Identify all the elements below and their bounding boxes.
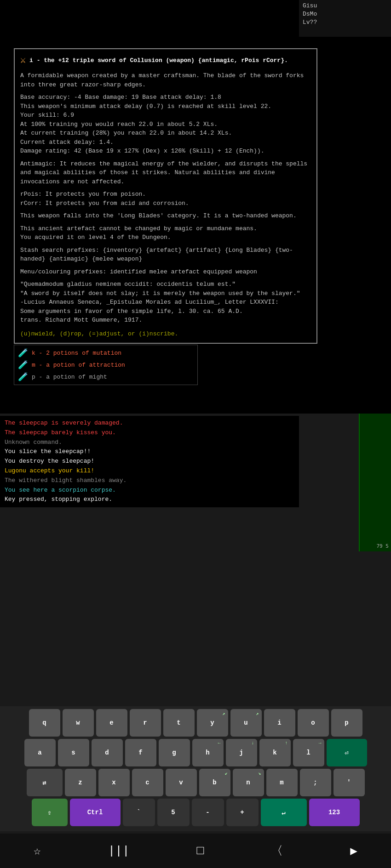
key-t[interactable]: t xyxy=(163,709,195,737)
key-g[interactable]: g xyxy=(159,739,190,766)
key-backtick[interactable]: ` xyxy=(123,799,155,826)
command-options: (u)nwield, (d)rop, (=)adjust, or (i)nscr… xyxy=(20,329,311,339)
key-u[interactable]: u ↗ xyxy=(230,709,262,737)
potion-icon-m: 🧪 xyxy=(18,360,28,370)
menu-prefixes: Menu/colouring prefixes: identified mele… xyxy=(20,267,311,277)
key-k[interactable]: k ↑ xyxy=(259,739,291,766)
msg-line-5: You destroy the sleepcap! xyxy=(5,457,294,466)
key-enter-bottom[interactable]: ↵ xyxy=(261,799,307,826)
top-hud: Gisu DsMo Lv?? xyxy=(299,0,391,37)
attribution-line3: trans. Richard Mott Gummere, 1917. xyxy=(20,316,311,325)
key-a[interactable]: a xyxy=(24,739,56,766)
key-n-arrow: ↘ xyxy=(258,771,261,776)
key-p[interactable]: p xyxy=(331,709,362,737)
key-shift-bottom[interactable]: ⇧ xyxy=(32,799,68,826)
quote-translation: "A sword by itself does not slay; it is … xyxy=(20,289,311,298)
nav-star[interactable]: ☆ xyxy=(34,844,41,858)
msg-line-4: You slice the sleepcap!! xyxy=(5,447,294,457)
key-b-arrow: ↙ xyxy=(224,771,227,776)
message-log: The sleepcap is severely damaged. The sl… xyxy=(0,416,299,507)
item-description: A formidable weapon created by a master … xyxy=(20,71,311,89)
key-5[interactable]: 5 xyxy=(157,799,190,826)
stat-curdelay: Current attack delay: 1.4. xyxy=(20,138,311,147)
key-enter[interactable]: ⏎ xyxy=(327,739,367,766)
attribution-line2: Some arguments in favor of the simple li… xyxy=(20,307,311,316)
list-item[interactable]: 🧪 k - 2 potions of mutation xyxy=(18,347,194,359)
stat-100train: At 100% training you would reach 22.0 in… xyxy=(20,120,311,129)
msg-line-8: You see here a scorpion corpse. xyxy=(5,486,294,495)
inv-item-label-m: m - a potion of attraction xyxy=(32,362,125,369)
key-c[interactable]: c xyxy=(132,769,163,796)
key-n[interactable]: n ↘ xyxy=(233,769,264,796)
item-popup: i - the +12 triple sword of Collusion (w… xyxy=(14,48,317,344)
key-shift[interactable]: ⇄ xyxy=(27,769,63,796)
key-u-arrow: ↗ xyxy=(256,711,259,716)
key-x[interactable]: x xyxy=(98,769,130,796)
keyboard-row-1: q w e r t y ↗ u ↗ i o p xyxy=(2,709,389,737)
artefact-line1: This ancient artefact cannot be changed … xyxy=(20,224,311,233)
key-z[interactable]: z xyxy=(65,769,96,796)
key-b[interactable]: b ↙ xyxy=(199,769,230,796)
weapon-icon xyxy=(20,54,26,68)
msg-line-3: Unknown command. xyxy=(5,438,294,448)
player-class: DsMo xyxy=(303,10,387,18)
key-plus[interactable]: + xyxy=(226,799,259,826)
key-q[interactable]: q xyxy=(29,709,60,737)
weapon-category: This weapon falls into the 'Long Blades'… xyxy=(20,211,311,221)
key-ctrl[interactable]: Ctrl xyxy=(70,799,121,826)
key-h[interactable]: h ← xyxy=(192,739,224,766)
key-d[interactable]: d xyxy=(92,739,123,766)
nav-video[interactable]: ▶ xyxy=(350,844,357,858)
key-o[interactable]: o xyxy=(298,709,329,737)
stat-accuracy: Base accuracy: -4 Base damage: 19 Base a… xyxy=(20,93,311,102)
quote-text: "Quemadmodum gladius neminem occidit: oc… xyxy=(20,280,311,289)
prop-rpois: rPois: It protects you from poison. xyxy=(20,190,311,199)
keyboard-row-2: a s d f g h ← j ↓ k ↑ l → ⏎ xyxy=(2,739,389,766)
key-s[interactable]: s xyxy=(58,739,89,766)
key-v[interactable]: v xyxy=(166,769,197,796)
nav-back[interactable]: 〈 xyxy=(271,843,283,859)
key-m[interactable]: m xyxy=(266,769,298,796)
attribution-line1: -Lucius Annaeus Seneca, _Epistulae Moral… xyxy=(20,298,311,307)
key-apostrophe[interactable]: ' xyxy=(334,769,365,796)
inventory-list: 🧪 k - 2 potions of mutation 🧪 m - a poti… xyxy=(14,345,198,385)
player-level: Lv?? xyxy=(303,18,387,27)
key-l-arrow: → xyxy=(318,741,321,746)
key-semicolon[interactable]: ; xyxy=(300,769,331,796)
item-title-line: i - the +12 triple sword of Collusion (w… xyxy=(20,54,311,68)
msg-line-6: Lugonu accepts your kill! xyxy=(5,466,294,476)
stat-damage: Damage rating: 42 (Base 19 x 127% (Dex) … xyxy=(20,147,311,156)
key-w[interactable]: w xyxy=(63,709,94,737)
quote: "Quemadmodum gladius neminem occidit: oc… xyxy=(20,280,311,325)
stat-skill: Your skill: 6.9 xyxy=(20,111,311,120)
potion-icon-p: 🧪 xyxy=(18,372,28,382)
msg-line-9: Key pressed, stopping explore. xyxy=(5,495,294,505)
antimagic-desc: Antimagic: It reduces the magical energy… xyxy=(20,159,311,187)
right-sidebar: 79 5 xyxy=(359,414,391,551)
key-r[interactable]: r xyxy=(130,709,161,737)
list-item[interactable]: 🧪 p - a potion of might xyxy=(18,371,194,383)
nav-menu[interactable]: ||| xyxy=(108,844,130,858)
key-e[interactable]: e xyxy=(96,709,127,737)
key-j-arrow: ↓ xyxy=(251,741,254,746)
item-title: i - the +12 triple sword of Collusion (w… xyxy=(29,56,288,65)
bottom-nav: ☆ ||| □ 〈 ▶ xyxy=(0,834,391,868)
key-j[interactable]: j ↓ xyxy=(226,739,257,766)
key-123[interactable]: 123 xyxy=(309,799,360,826)
nav-home[interactable]: □ xyxy=(197,844,204,858)
key-i[interactable]: i xyxy=(264,709,295,737)
inv-item-label-p: p - a potion of might xyxy=(32,374,107,380)
msg-line-1: The sleepcap is severely damaged. xyxy=(5,419,294,428)
key-minus[interactable]: - xyxy=(192,799,224,826)
stash-prefixes: Stash search prefixes: {inventory} {arte… xyxy=(20,246,311,264)
right-bar-numbers: 79 5 xyxy=(377,543,389,549)
key-y[interactable]: y ↗ xyxy=(197,709,228,737)
key-l[interactable]: l → xyxy=(293,739,324,766)
prop-rcorr: rCorr: It protects you from acid and cor… xyxy=(20,199,311,208)
msg-line-2: The sleepcap barely kisses you. xyxy=(5,428,294,438)
msg-line-7: The withered blight shambles away. xyxy=(5,476,294,486)
key-h-arrow: ← xyxy=(218,741,220,746)
list-item[interactable]: 🧪 m - a potion of attraction xyxy=(18,359,194,371)
stat-curtrain: At current training (28%) you reach 22.0… xyxy=(20,129,311,138)
key-f[interactable]: f xyxy=(125,739,156,766)
